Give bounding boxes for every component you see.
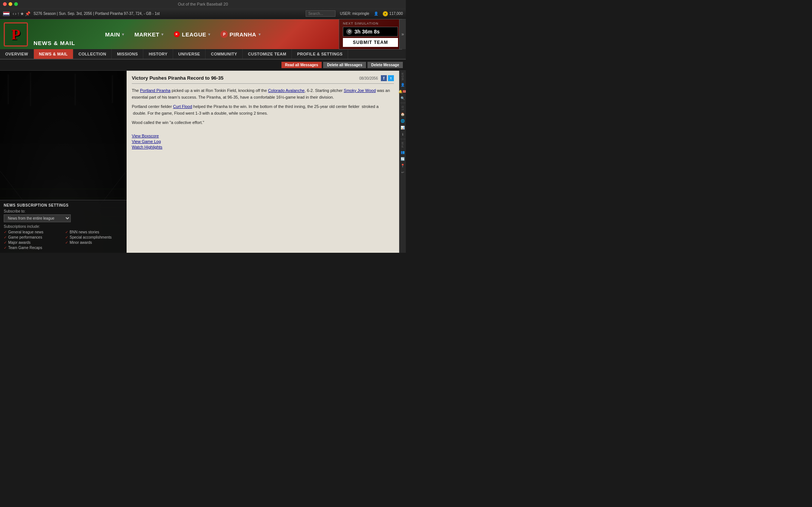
- twitter-share-icon[interactable]: t: [388, 75, 394, 81]
- smoky-joe-wood-link[interactable]: Smoky Joe Wood: [344, 88, 376, 93]
- nav-piranha-label: PIRANHA: [229, 31, 256, 38]
- checkbox-minor-awards[interactable]: ✓ Minor awards: [65, 240, 123, 245]
- check-icon: ✓: [65, 240, 68, 245]
- nav-bookmark-icon[interactable]: 📌: [25, 11, 31, 16]
- currency-amount: 117,000: [389, 12, 403, 16]
- nav-up-icon[interactable]: ↑: [17, 11, 19, 16]
- main-header: P MAIN ▼ MARKET ▼ ✕ LEAGUE ▼ P PIRANHA ▼…: [0, 19, 406, 49]
- subscriptions-include-label: Subscriptions include:: [4, 224, 123, 229]
- delete-all-messages-button[interactable]: Delete all Messages: [323, 62, 366, 68]
- portland-piranha-link[interactable]: Portland Piranha: [140, 88, 171, 93]
- check-icon: ✓: [65, 230, 68, 234]
- search-input[interactable]: [306, 10, 335, 17]
- checkbox-special-accomplishments[interactable]: ✓ Special accomplishments: [65, 235, 123, 239]
- delete-message-button[interactable]: Delete Message: [367, 62, 403, 68]
- nav-market-label: MARKET: [134, 31, 159, 38]
- tab-collection[interactable]: COLLECTION: [73, 49, 112, 59]
- sidebar-location-icon[interactable]: 📍: [400, 163, 406, 169]
- header-section-label: NEWS & MAIL: [34, 40, 75, 46]
- checkbox-label: Game performances: [8, 235, 42, 239]
- sidebar-globe-icon[interactable]: 🌐: [400, 118, 406, 124]
- tab-missions[interactable]: MISSIONS: [112, 49, 143, 59]
- content-area: NEWS SUBSCRIPTION SETTINGS Subscribe to:…: [0, 71, 406, 253]
- tab-news-mail[interactable]: NEWS & MAIL: [34, 49, 73, 59]
- view-game-log-link[interactable]: View Game Log: [132, 139, 394, 144]
- nav-forward-icon[interactable]: ›: [15, 11, 16, 16]
- checkbox-label: Major awards: [8, 240, 31, 245]
- tab-history[interactable]: HISTORY: [143, 49, 173, 59]
- piranha-logo-icon: P: [220, 31, 228, 38]
- sidebar-trade-icon[interactable]: 🔄: [400, 156, 406, 162]
- checkbox-major-awards[interactable]: ✓ Major awards: [4, 240, 61, 245]
- currency-display: ● 117,000: [383, 11, 403, 16]
- nav-piranha[interactable]: P PIRANHA ▼: [220, 31, 261, 38]
- colorado-avalanche-link[interactable]: Colorado Avalanche: [268, 88, 305, 93]
- minimize-button[interactable]: [9, 2, 12, 6]
- checkbox-list: ✓ General league news ✓ BNN news stories…: [4, 230, 123, 250]
- sidebar-divider-2: [400, 139, 405, 139]
- tab-universe[interactable]: UNIVERSE: [173, 49, 206, 59]
- checkbox-general-league[interactable]: ✓ General league news: [4, 230, 61, 234]
- next-sim-label: NEXT SIMULATION: [343, 22, 398, 25]
- article-date: 08/30/2056: [359, 76, 378, 80]
- watch-highlights-link[interactable]: Watch Highlights: [132, 145, 394, 149]
- window-title: Out of the Park Baseball 20: [178, 2, 228, 6]
- article-actions: View Boxscore View Game Log Watch Highli…: [132, 134, 394, 149]
- nav-league[interactable]: ✕ LEAGUE ▼: [174, 31, 211, 38]
- sidebar-info-icon[interactable]: ℹ: [400, 131, 406, 137]
- nav-main[interactable]: MAIN ▼: [105, 31, 125, 38]
- tab-community[interactable]: COMMUNITY: [206, 49, 243, 59]
- nav-star-icon[interactable]: ★: [20, 11, 24, 16]
- checkbox-bnn-news[interactable]: ✓ BNN news stories: [65, 230, 123, 234]
- subscription-dropdown[interactable]: News from the entire league: [4, 214, 71, 222]
- close-button[interactable]: [3, 2, 7, 6]
- check-icon: ✓: [4, 240, 7, 245]
- checkbox-team-game-recaps[interactable]: ✓ Team Game Recaps: [4, 246, 61, 250]
- sidebar-person-icon[interactable]: 👤: [400, 82, 406, 88]
- article-paragraph-1: The Portland Piranha picked up a win at …: [132, 87, 394, 101]
- view-boxscore-link[interactable]: View Boxscore: [132, 134, 394, 138]
- title-bar: Out of the Park Baseball 20: [0, 0, 406, 8]
- subscription-title: NEWS SUBSCRIPTION SETTINGS: [4, 203, 123, 207]
- nav-main-label: MAIN: [105, 31, 120, 38]
- timer-icon: ⏱: [346, 29, 352, 35]
- next-sim-timer: ⏱ 3h 36m 8s: [343, 27, 398, 36]
- checkbox-game-performances[interactable]: ✓ Game performances: [4, 235, 61, 239]
- sidebar-team-icon[interactable]: 👥: [400, 149, 406, 155]
- sidebar-bell-icon[interactable]: 🔔 11: [400, 89, 406, 95]
- nav-market-arrow: ▼: [160, 32, 164, 36]
- tab-customize-team[interactable]: CUSTOMIZE TEAM: [243, 49, 292, 59]
- subscription-panel: NEWS SUBSCRIPTION SETTINGS Subscribe to:…: [0, 200, 127, 253]
- traffic-lights: [3, 2, 18, 6]
- right-expand-button[interactable]: »: [399, 19, 406, 49]
- sidebar-back-icon[interactable]: ↩: [400, 169, 406, 175]
- maximize-button[interactable]: [14, 2, 18, 6]
- curt-flood-link[interactable]: Curt Flood: [173, 104, 192, 109]
- coin-icon: ●: [383, 11, 388, 16]
- tab-profile-settings[interactable]: PROFILE & SETTINGS: [292, 49, 348, 59]
- next-sim-panel: NEXT SIMULATION ⏱ 3h 36m 8s SUBMIT TEAM: [339, 19, 402, 50]
- nav-main-arrow: ▼: [121, 32, 125, 36]
- facebook-share-icon[interactable]: f: [381, 75, 387, 81]
- nav-market[interactable]: MARKET ▼: [134, 31, 165, 38]
- timer-value: 3h 36m 8s: [354, 29, 380, 35]
- check-icon: ✓: [4, 230, 7, 234]
- league-icon: ✕: [174, 31, 180, 37]
- sidebar-search-icon[interactable]: 🔍: [400, 95, 406, 101]
- nav-piranha-arrow: ▼: [258, 32, 261, 36]
- article-header: Victory Pushes Piranha Record to 96-35 0…: [132, 75, 394, 84]
- sidebar-mgr-label: MGR: [401, 72, 404, 80]
- nav-back-icon[interactable]: ‹: [13, 11, 14, 16]
- article-meta: 08/30/2056 f t: [359, 75, 394, 81]
- tab-overview[interactable]: OVERVIEW: [0, 49, 34, 59]
- sidebar-chart-icon[interactable]: 📊: [400, 125, 406, 131]
- check-icon: ✓: [65, 235, 68, 239]
- article-paragraph-2: Portland center fielder Curt Flood helpe…: [132, 103, 394, 117]
- nav-arrows[interactable]: ‹ › ↑ ★ 📌: [13, 11, 31, 16]
- subscribe-label: Subscribe to:: [4, 209, 123, 213]
- left-panel: NEWS SUBSCRIPTION SETTINGS Subscribe to:…: [0, 71, 127, 253]
- submit-team-button[interactable]: SUBMIT TEAM: [343, 38, 398, 47]
- sidebar-home-icon[interactable]: 🏠: [400, 111, 406, 117]
- read-all-messages-button[interactable]: Read all Messages: [281, 62, 322, 68]
- checkbox-label: Team Game Recaps: [8, 246, 42, 250]
